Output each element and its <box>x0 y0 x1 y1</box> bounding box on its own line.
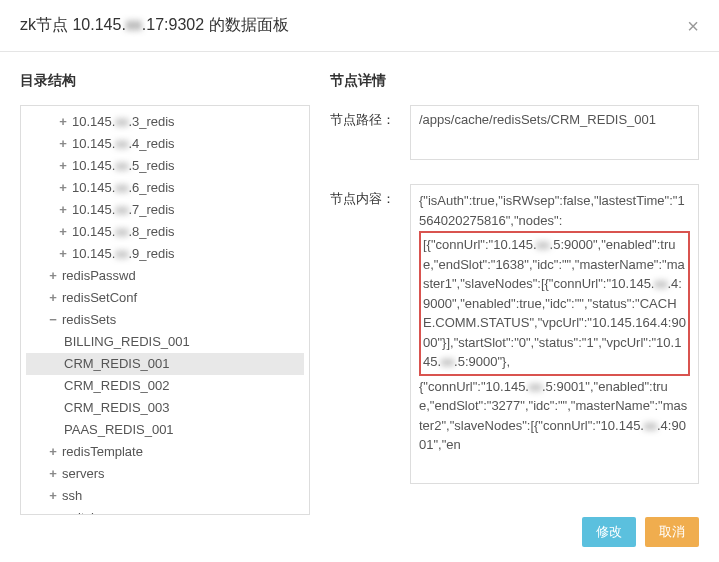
tree-item-label: ssh <box>62 488 82 503</box>
node-path-input[interactable] <box>410 105 699 160</box>
tree-item[interactable]: +10.145.xx.5_redis <box>26 155 304 177</box>
tree-item[interactable]: +servers <box>26 463 304 485</box>
tree-item[interactable]: +10.145.xx.7_redis <box>26 199 304 221</box>
tree-container[interactable]: +10.145.xx.3_redis+10.145.xx.4_redis+10.… <box>20 105 310 515</box>
expand-icon[interactable]: + <box>46 507 60 515</box>
expand-icon[interactable]: + <box>56 243 70 265</box>
expand-icon[interactable]: + <box>56 111 70 133</box>
expand-icon[interactable]: + <box>46 463 60 485</box>
tree-item-label: switch <box>62 510 98 515</box>
dialog-header: zk节点 10.145.xx.17:9302 的数据面板 × <box>0 0 719 52</box>
expand-icon[interactable]: + <box>46 485 60 507</box>
tree-item[interactable]: +redisTemplate <box>26 441 304 463</box>
tree-item[interactable]: −redisSets <box>26 309 304 331</box>
tree-item[interactable]: PAAS_REDIS_001 <box>26 419 304 441</box>
tree-item-label: servers <box>62 466 105 481</box>
tree-item-label: redisSets <box>62 312 116 327</box>
tree-item[interactable]: +10.145.xx.4_redis <box>26 133 304 155</box>
close-icon[interactable]: × <box>687 16 699 36</box>
content-label: 节点内容： <box>330 184 410 484</box>
collapse-icon[interactable]: − <box>46 309 60 331</box>
cancel-button[interactable]: 取消 <box>645 517 699 547</box>
tree-item[interactable]: +switch <box>26 507 304 515</box>
tree-item-label: CRM_REDIS_001 <box>64 356 170 371</box>
tree-item[interactable]: +10.145.xx.6_redis <box>26 177 304 199</box>
tree-item[interactable]: +10.145.xx.9_redis <box>26 243 304 265</box>
tree-item-label: redisPasswd <box>62 268 136 283</box>
expand-icon[interactable]: + <box>46 265 60 287</box>
tree-item[interactable]: +10.145.xx.3_redis <box>26 111 304 133</box>
modify-button[interactable]: 修改 <box>582 517 636 547</box>
tree-item[interactable]: CRM_REDIS_003 <box>26 397 304 419</box>
tree-item[interactable]: CRM_REDIS_001 <box>26 353 304 375</box>
expand-icon[interactable]: + <box>56 221 70 243</box>
tree-title: 目录结构 <box>20 72 310 90</box>
expand-icon[interactable]: + <box>56 177 70 199</box>
expand-icon[interactable]: + <box>46 287 60 309</box>
detail-title: 节点详情 <box>330 72 699 90</box>
expand-icon[interactable]: + <box>46 441 60 463</box>
tree-item-label: redisTemplate <box>62 444 143 459</box>
highlighted-region: [{"connUrl":"10.145.xx.5:9000","enabled"… <box>419 231 690 376</box>
tree-item[interactable]: +redisPasswd <box>26 265 304 287</box>
tree-item-label: CRM_REDIS_002 <box>64 378 170 393</box>
tree-item[interactable]: +redisSetConf <box>26 287 304 309</box>
node-content-box[interactable]: {"isAuth":true,"isRWsep":false,"lastestT… <box>410 184 699 484</box>
dialog-title: zk节点 10.145.xx.17:9302 的数据面板 <box>20 15 289 36</box>
expand-icon[interactable]: + <box>56 155 70 177</box>
path-label: 节点路径： <box>330 105 410 164</box>
tree-item-label: CRM_REDIS_003 <box>64 400 170 415</box>
tree-item[interactable]: CRM_REDIS_002 <box>26 375 304 397</box>
tree-item[interactable]: +10.145.xx.8_redis <box>26 221 304 243</box>
expand-icon[interactable]: + <box>56 199 70 221</box>
tree-item-label: redisSetConf <box>62 290 137 305</box>
tree-item[interactable]: BILLING_REDIS_001 <box>26 331 304 353</box>
tree-item[interactable]: +ssh <box>26 485 304 507</box>
expand-icon[interactable]: + <box>56 133 70 155</box>
dialog-footer: 修改 取消 <box>577 517 699 547</box>
tree-item-label: PAAS_REDIS_001 <box>64 422 174 437</box>
tree-item-label: BILLING_REDIS_001 <box>64 334 190 349</box>
